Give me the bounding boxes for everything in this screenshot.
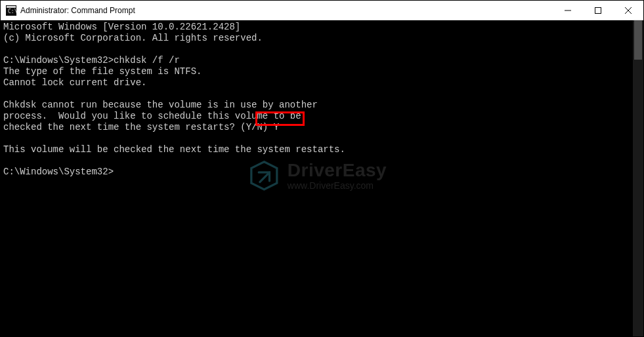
output-line: Cannot lock current drive. bbox=[3, 77, 146, 88]
output-line: This volume will be checked the next tim… bbox=[3, 144, 345, 155]
terminal-output[interactable]: Microsoft Windows [Version 10.0.22621.24… bbox=[1, 20, 633, 336]
watermark-url: www.DriverEasy.com bbox=[288, 181, 387, 190]
minimize-button[interactable] bbox=[553, 1, 583, 20]
svg-marker-7 bbox=[251, 162, 276, 189]
watermark-brand: DriverEasy bbox=[288, 161, 387, 180]
watermark-logo-icon bbox=[247, 159, 281, 193]
close-button[interactable] bbox=[613, 1, 643, 20]
output-line: Chkdsk cannot run because the volume is … bbox=[3, 100, 318, 110]
prompt-text: C:\Windows\System32> bbox=[3, 55, 114, 66]
titlebar[interactable]: C:\ Administrator: Command Prompt bbox=[1, 1, 643, 20]
output-line: Microsoft Windows [Version 10.0.22621.24… bbox=[3, 22, 240, 32]
output-line: The type of the file system is NTFS. bbox=[3, 66, 202, 77]
svg-text:C:\: C:\ bbox=[8, 9, 16, 14]
window-title: Administrator: Command Prompt bbox=[20, 6, 135, 15]
vertical-scrollbar[interactable] bbox=[633, 20, 643, 336]
output-line: process. Would you like to schedule this… bbox=[3, 111, 301, 121]
terminal-container: Microsoft Windows [Version 10.0.22621.24… bbox=[1, 20, 643, 336]
command-prompt-window: C:\ Administrator: Command Prompt Micros… bbox=[1, 1, 643, 336]
user-answer: Y bbox=[274, 122, 279, 132]
svg-line-8 bbox=[259, 172, 269, 182]
watermark: DriverEasy www.DriverEasy.com bbox=[247, 159, 387, 193]
svg-rect-1 bbox=[7, 6, 16, 8]
output-line: checked the next time the system restart… bbox=[3, 122, 274, 132]
output-line: (c) Microsoft Corporation. All rights re… bbox=[3, 33, 263, 43]
maximize-button[interactable] bbox=[583, 1, 613, 20]
app-icon: C:\ bbox=[6, 5, 16, 16]
command-text: chkdsk /f /r bbox=[114, 55, 180, 66]
prompt-text: C:\Windows\System32> bbox=[3, 167, 114, 177]
scrollbar-thumb[interactable] bbox=[634, 20, 642, 60]
svg-rect-4 bbox=[595, 7, 601, 13]
